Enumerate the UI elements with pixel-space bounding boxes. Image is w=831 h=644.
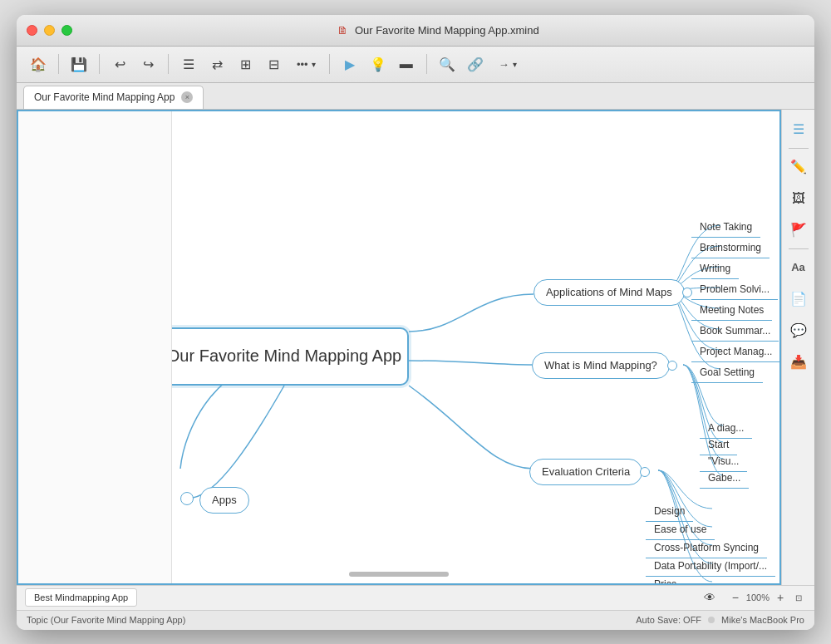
close-button[interactable]: [27, 25, 37, 36]
bottom-bar: Best Mindmapping App 👁 − 100% + ⊡: [17, 585, 814, 610]
more-button[interactable]: ••• ▾: [290, 52, 322, 76]
apps-circle[interactable]: [180, 492, 194, 505]
export-button[interactable]: → ▾: [492, 52, 524, 76]
more-chevron: ▾: [312, 60, 316, 69]
leaf-price[interactable]: Price: [646, 575, 685, 585]
present-button[interactable]: ▶: [337, 51, 363, 77]
window-title: 🗎 Our Favorite Mind Mapping App.xmind: [72, 24, 804, 37]
info-bar-right: Auto Save: OFF Mike's MacBook Pro: [636, 615, 804, 625]
titlebar: 🗎 Our Favorite Mind Mapping App.xmind: [17, 15, 814, 47]
canvas[interactable]: Our Favorite Mind Mapping App Applicatio…: [17, 110, 781, 585]
sidebar-text-icon[interactable]: Aa: [785, 254, 812, 281]
bottom-controls: 👁 − 100% + ⊡: [696, 584, 806, 611]
toolbar-group-view: ▶ 💡 ▬: [337, 51, 420, 77]
horizontal-scrollbar[interactable]: [349, 572, 449, 577]
toolbar-group-nav: 🏠: [25, 51, 52, 77]
sidebar-menu-icon[interactable]: ☰: [785, 116, 812, 143]
share-button[interactable]: 🔗: [462, 51, 489, 77]
traffic-lights: [27, 25, 72, 36]
status-dot: [708, 617, 715, 623]
sheet-tab[interactable]: Best Mindmapping App: [25, 588, 137, 607]
toolbar-group-file: 💾: [66, 51, 92, 77]
toolbar-separator-5: [426, 54, 427, 74]
export-chevron: ▾: [513, 60, 517, 69]
info-bar: Topic (Our Favorite Mind Mapping App) Au…: [17, 610, 814, 630]
tabbar: Our Favorite Mind Mapping App ×: [17, 83, 814, 110]
toolbar: 🏠 💾 ↩ ↪ ☰ ⇄ ⊞ ⊟ ••• ▾ ▶ 💡 ▬ 🔍: [17, 47, 814, 83]
lines-button[interactable]: ▬: [393, 51, 420, 77]
leaf-design[interactable]: Design: [646, 502, 693, 522]
arrows-button[interactable]: ⇄: [204, 51, 230, 77]
minimize-button[interactable]: [44, 25, 55, 36]
table2-button[interactable]: ⊟: [260, 51, 287, 77]
sidebar-document-icon[interactable]: 📄: [785, 286, 812, 312]
home-button[interactable]: 🏠: [25, 51, 52, 77]
applications-node[interactable]: Applications of Mind Maps: [534, 279, 685, 306]
topic-info: Topic (Our Favorite Mind Mapping App): [27, 615, 185, 625]
sidebar-separator-2: [789, 248, 809, 249]
zoom-out-button[interactable]: −: [728, 590, 743, 605]
eye-button[interactable]: 👁: [696, 584, 723, 611]
toolbar-group-misc: 🔍 🔗: [434, 51, 489, 77]
sidebar-inbox-icon[interactable]: 📥: [785, 349, 812, 376]
central-node[interactable]: Our Favorite Mind Mapping App: [160, 327, 409, 386]
tab-close-button[interactable]: ×: [181, 91, 193, 103]
redo-button[interactable]: ↪: [135, 51, 161, 77]
toolbar-group-layout: ☰ ⇄ ⊞ ⊟: [175, 51, 287, 77]
sidebar-flag-icon[interactable]: 🚩: [785, 217, 812, 243]
tab-label: Our Favorite Mind Mapping App: [34, 91, 175, 103]
export-icon: →: [499, 58, 509, 71]
leaf-project-management[interactable]: Project Manag...: [691, 342, 780, 362]
right-sidebar: ☰ ✏️ 🖼 🚩 Aa 📄 💬 📥: [781, 110, 814, 585]
leaf-writing[interactable]: Writing: [691, 259, 739, 279]
evaluation-criteria-node[interactable]: Evaluation Criteria: [529, 459, 642, 485]
leaf-data-portability[interactable]: Data Portability (Import/...: [646, 557, 775, 577]
toolbar-separator-2: [99, 54, 100, 74]
toolbar-separator-3: [168, 54, 169, 74]
zoom-level: 100%: [746, 592, 770, 602]
leaf-gabe[interactable]: Gabe...: [700, 469, 749, 489]
leaf-brainstorming[interactable]: Brainstorming: [691, 238, 770, 258]
sidebar-pencil-icon[interactable]: ✏️: [785, 154, 812, 180]
apps-node[interactable]: Apps: [199, 487, 249, 514]
save-button[interactable]: 💾: [66, 51, 92, 77]
leaf-problem-solving[interactable]: Problem Solvi...: [691, 280, 778, 300]
layout-button[interactable]: ☰: [175, 51, 202, 77]
fit-button[interactable]: ⊡: [791, 590, 806, 605]
auto-save-status: Auto Save: OFF: [636, 615, 701, 625]
leaf-meeting-notes[interactable]: Meeting Notes: [691, 301, 772, 321]
table1-button[interactable]: ⊞: [232, 51, 258, 77]
zoom-in-button[interactable]: +: [773, 590, 788, 605]
toolbar-group-history: ↩ ↪: [106, 51, 161, 77]
what-is-mindmapping-node[interactable]: What is Mind Mapping?: [532, 352, 670, 379]
zoom-controls: − 100% + ⊡: [728, 590, 806, 605]
leaf-goal-setting[interactable]: Goal Setting: [691, 363, 763, 383]
leaf-ease-of-use[interactable]: Ease of use: [646, 520, 715, 540]
bulb-button[interactable]: 💡: [365, 51, 391, 77]
undo-button[interactable]: ↩: [106, 51, 133, 77]
file-icon: 🗎: [337, 24, 348, 37]
search-button[interactable]: 🔍: [434, 51, 460, 77]
machine-name: Mike's MacBook Pro: [721, 615, 804, 625]
toolbar-separator-4: [329, 54, 330, 74]
sidebar-chat-icon[interactable]: 💬: [785, 317, 812, 344]
toolbar-separator-1: [58, 54, 59, 74]
leaf-note-taking[interactable]: Note Taking: [691, 218, 760, 238]
sidebar-separator-1: [789, 148, 809, 149]
more-dots: •••: [297, 58, 308, 71]
leaf-book-summary[interactable]: Book Summar...: [691, 322, 779, 342]
app-window: 🗎 Our Favorite Mind Mapping App.xmind 🏠 …: [17, 15, 814, 630]
main-content: Our Favorite Mind Mapping App Applicatio…: [17, 110, 814, 585]
sidebar-image-icon[interactable]: 🖼: [785, 185, 812, 212]
leaf-cross-platform[interactable]: Cross-Platform Syncing: [646, 538, 767, 558]
maximize-button[interactable]: [61, 25, 72, 36]
left-panel: [18, 111, 172, 583]
main-tab[interactable]: Our Favorite Mind Mapping App ×: [23, 86, 204, 109]
